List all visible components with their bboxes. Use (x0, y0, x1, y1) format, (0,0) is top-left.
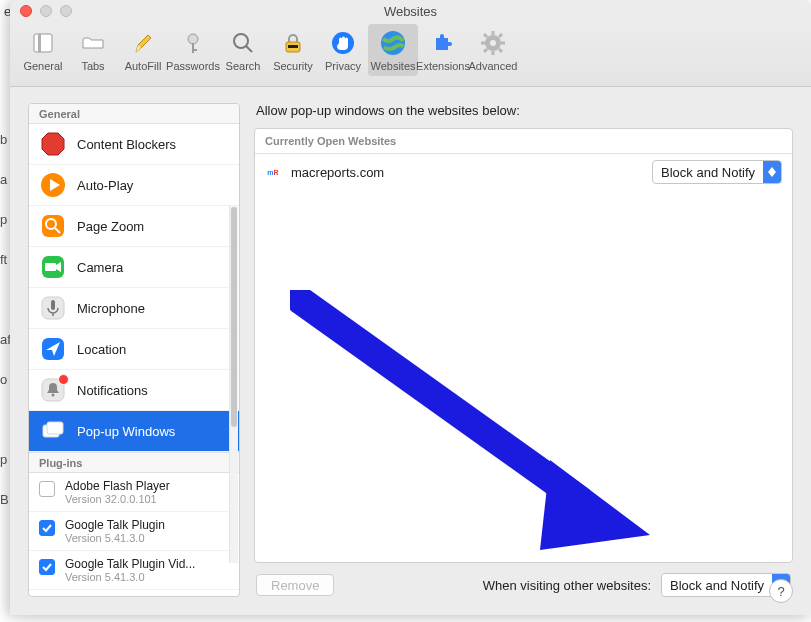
site-favicon: mR (265, 164, 281, 180)
tab-security[interactable]: Security (268, 24, 318, 76)
sidebar-item-auto-play[interactable]: Auto-Play (29, 165, 239, 206)
notification-badge (58, 374, 69, 385)
minimize-button[interactable] (40, 5, 52, 17)
svg-marker-21 (42, 133, 64, 155)
svg-rect-28 (45, 263, 56, 271)
svg-line-18 (499, 49, 502, 52)
puzzle-icon (428, 28, 458, 58)
plugin-row-gtalk[interactable]: Google Talk Plugin Version 5.41.3.0 (29, 512, 239, 551)
svg-line-19 (499, 34, 502, 37)
sidebar-item-microphone[interactable]: Microphone (29, 288, 239, 329)
site-row[interactable]: mR macreports.com Block and Notify (255, 154, 792, 190)
lock-icon (278, 28, 308, 58)
svg-rect-3 (192, 43, 194, 53)
stop-sign-icon (39, 130, 67, 158)
tab-extensions[interactable]: Extensions (418, 24, 468, 76)
close-button[interactable] (20, 5, 32, 17)
svg-point-36 (52, 394, 55, 397)
svg-rect-31 (51, 300, 55, 310)
sidebar-scrollbar[interactable] (229, 205, 238, 563)
other-websites-label: When visiting other websites: (483, 578, 651, 593)
play-icon (39, 171, 67, 199)
main-panel: Allow pop-up windows on the websites bel… (254, 103, 793, 597)
key-icon (178, 28, 208, 58)
tabs-icon (78, 28, 108, 58)
svg-point-5 (234, 34, 248, 48)
svg-rect-1 (38, 34, 41, 52)
svg-rect-4 (192, 49, 197, 51)
tab-privacy[interactable]: Privacy (318, 24, 368, 76)
sidebar-item-notifications[interactable]: Notifications (29, 370, 239, 411)
gear-icon (478, 28, 508, 58)
bell-icon (39, 376, 67, 404)
main-heading: Allow pop-up windows on the websites bel… (256, 103, 793, 118)
help-button[interactable]: ? (769, 579, 793, 603)
location-icon (39, 335, 67, 363)
chevron-updown-icon (763, 161, 781, 183)
sidebar-item-location[interactable]: Location (29, 329, 239, 370)
tab-websites[interactable]: Websites (368, 24, 418, 76)
sidebar: General Content Blockers Auto-Play Page … (28, 103, 240, 597)
sidebar-item-content-blockers[interactable]: Content Blockers (29, 124, 239, 165)
magnifier-icon (228, 28, 258, 58)
svg-rect-38 (47, 422, 63, 434)
windows-icon (39, 417, 67, 445)
tab-tabs[interactable]: Tabs (68, 24, 118, 76)
toolbar: General Tabs AutoFill Pass (10, 22, 811, 87)
svg-point-2 (188, 34, 198, 44)
traffic-lights (10, 5, 72, 17)
preferences-window: Websites General Tabs (10, 0, 811, 615)
plugin-row-flash[interactable]: Adobe Flash Player Version 32.0.0.101 (29, 473, 239, 512)
svg-rect-0 (34, 34, 52, 52)
svg-line-6 (246, 46, 252, 52)
plugin-checkbox[interactable] (39, 481, 55, 497)
microphone-icon (39, 294, 67, 322)
globe-icon (378, 28, 408, 58)
svg-marker-40 (768, 172, 776, 177)
tab-search[interactable]: Search (218, 24, 268, 76)
tab-general[interactable]: General (18, 24, 68, 76)
sidebar-section-general: General (29, 104, 239, 124)
zoom-icon (39, 212, 67, 240)
window-titlebar: Websites (10, 0, 811, 22)
svg-line-20 (484, 49, 487, 52)
websites-list: Currently Open Websites mR macreports.co… (254, 128, 793, 563)
plugin-checkbox[interactable] (39, 520, 55, 536)
sidebar-item-popups[interactable]: Pop-up Windows (29, 411, 239, 452)
currently-open-header: Currently Open Websites (255, 129, 792, 154)
svg-line-17 (484, 34, 487, 37)
site-policy-select[interactable]: Block and Notify (652, 160, 782, 184)
plugin-row-gtalk-vid[interactable]: Google Talk Plugin Vid... Version 5.41.3… (29, 551, 239, 590)
svg-point-12 (490, 40, 496, 46)
remove-button[interactable]: Remove (256, 574, 334, 596)
sidebar-item-camera[interactable]: Camera (29, 247, 239, 288)
svg-rect-8 (288, 45, 298, 48)
hand-icon (328, 28, 358, 58)
tab-advanced[interactable]: Advanced (468, 24, 518, 76)
tab-passwords[interactable]: Passwords (168, 24, 218, 76)
switch-icon (28, 28, 58, 58)
window-title: Websites (10, 4, 811, 19)
plugin-checkbox[interactable] (39, 559, 55, 575)
svg-point-10 (381, 31, 405, 55)
svg-rect-24 (42, 215, 64, 237)
tab-autofill[interactable]: AutoFill (118, 24, 168, 76)
zoom-button[interactable] (60, 5, 72, 17)
sidebar-section-plugins: Plug-ins (29, 452, 239, 473)
camera-icon (39, 253, 67, 281)
pencil-icon (128, 28, 158, 58)
sidebar-item-page-zoom[interactable]: Page Zoom (29, 206, 239, 247)
